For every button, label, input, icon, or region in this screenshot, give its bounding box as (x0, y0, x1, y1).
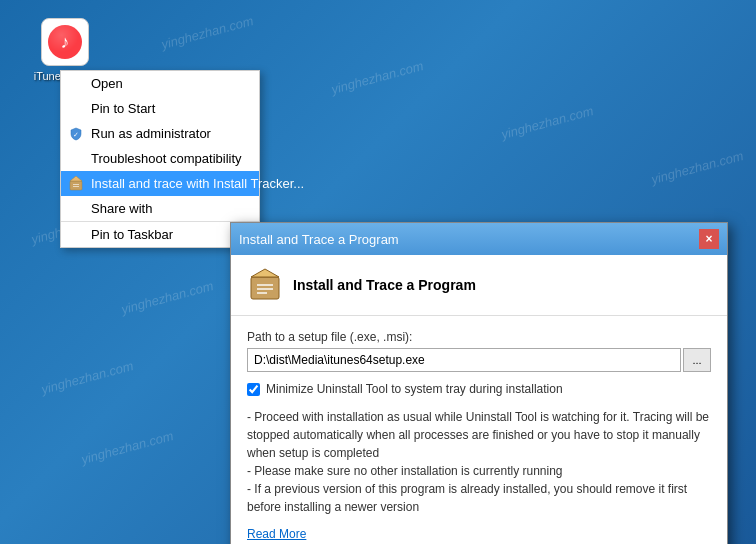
watermark: yinghezhan.com (120, 278, 215, 317)
svg-text:♪: ♪ (61, 32, 70, 52)
dialog-filepath-input[interactable] (247, 348, 681, 372)
svg-rect-12 (257, 292, 267, 294)
dialog-header-title: Install and Trace a Program (293, 277, 476, 293)
svg-rect-7 (73, 186, 79, 187)
context-menu-pin-start[interactable]: Pin to Start (61, 96, 259, 121)
read-more-link[interactable]: Read More (247, 527, 306, 541)
dialog-checkbox-row: Minimize Uninstall Tool to system tray d… (247, 382, 711, 396)
watermark: yinghezhan.com (160, 13, 255, 52)
dialog-field-label: Path to a setup file (.exe, .msi): (247, 330, 711, 344)
svg-rect-11 (257, 288, 273, 290)
context-menu-troubleshoot[interactable]: Troubleshoot compatibility (61, 146, 259, 171)
context-menu-open[interactable]: Open (61, 71, 259, 96)
desktop: yinghezhan.com yinghezhan.com yinghezhan… (0, 0, 756, 544)
svg-rect-6 (73, 184, 79, 185)
context-menu-run-admin[interactable]: ✓ Run as administrator (61, 121, 259, 146)
dialog-header: Install and Trace a Program (231, 255, 727, 316)
dialog-title: Install and Trace a Program (239, 232, 399, 247)
itunes-icon: ♪ (41, 18, 89, 66)
context-menu-share-with[interactable]: Share with (61, 196, 259, 221)
shield-icon: ✓ (67, 125, 85, 143)
dialog-close-button[interactable]: × (699, 229, 719, 249)
watermark: yinghezhan.com (330, 58, 425, 97)
install-tracker-icon (67, 175, 85, 193)
dialog-browse-button[interactable]: ... (683, 348, 711, 372)
watermark: yinghezhan.com (40, 358, 135, 397)
svg-marker-5 (70, 176, 82, 181)
svg-marker-9 (251, 269, 279, 277)
dialog-titlebar: Install and Trace a Program × (231, 223, 727, 255)
watermark: yinghezhan.com (80, 428, 175, 467)
svg-text:✓: ✓ (73, 131, 79, 138)
dialog-header-icon (247, 267, 283, 303)
dialog-body: Install and Trace a Program Path to a se… (231, 255, 727, 544)
dialog-install-trace: Install and Trace a Program × Install an… (230, 222, 728, 544)
context-menu-install-trace[interactable]: Install and trace with Install Tracker..… (61, 171, 259, 196)
dialog-input-row: ... (247, 348, 711, 372)
dialog-content: Path to a setup file (.exe, .msi): ... M… (231, 316, 727, 544)
svg-rect-4 (70, 181, 82, 190)
dialog-checkbox-label: Minimize Uninstall Tool to system tray d… (266, 382, 563, 396)
dialog-description: - Proceed with installation as usual whi… (247, 408, 711, 516)
dialog-minimize-checkbox[interactable] (247, 383, 260, 396)
svg-rect-10 (257, 284, 273, 286)
watermark: yinghezhan.com (650, 148, 745, 187)
watermark: yinghezhan.com (500, 103, 595, 142)
